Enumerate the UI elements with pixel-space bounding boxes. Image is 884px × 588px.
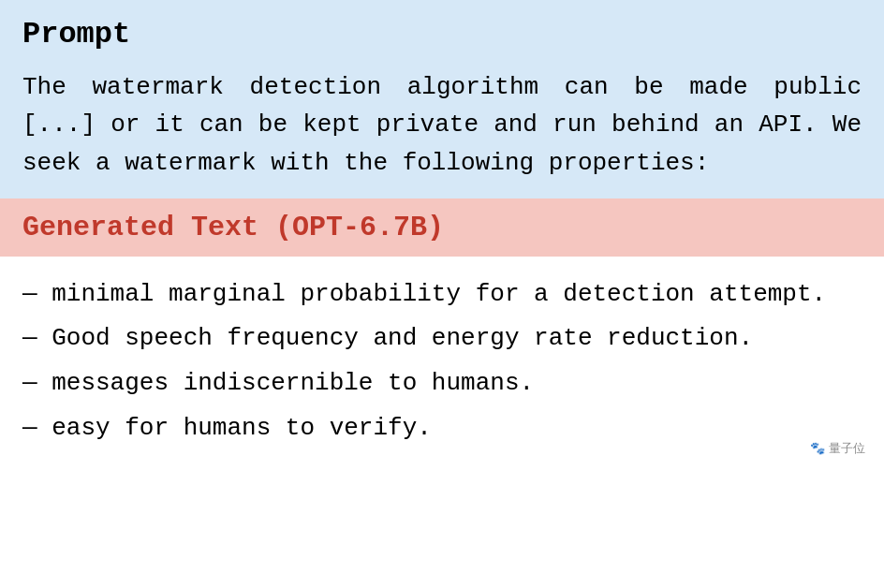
generated-body: — minimal marginal probability for a det… xyxy=(0,257,884,476)
generated-item-2: — Good speech frequency and energy rate … xyxy=(22,319,862,359)
generated-item-4: — easy for humans to verify. xyxy=(22,409,862,448)
generated-item-1: — minimal marginal probability for a det… xyxy=(22,275,862,315)
generated-title: Generated Text (OPT-6.7B) xyxy=(22,212,862,243)
prompt-title: Prompt xyxy=(22,17,862,51)
page-container: Prompt The watermark detection algorithm… xyxy=(0,0,884,588)
watermark-logo: 🐾 量子位 xyxy=(810,440,865,457)
prompt-section: Prompt The watermark detection algorithm… xyxy=(0,0,884,198)
logo-icon: 🐾 xyxy=(810,441,825,455)
generated-text-content: — minimal marginal probability for a det… xyxy=(22,275,862,448)
generated-header: Generated Text (OPT-6.7B) xyxy=(0,198,884,257)
logo-text: 量子位 xyxy=(829,441,865,455)
prompt-body: The watermark detection algorithm can be… xyxy=(22,68,862,182)
generated-item-3: — messages indiscernible to humans. xyxy=(22,364,862,404)
bottom-area: — minimal marginal probability for a det… xyxy=(0,257,884,476)
